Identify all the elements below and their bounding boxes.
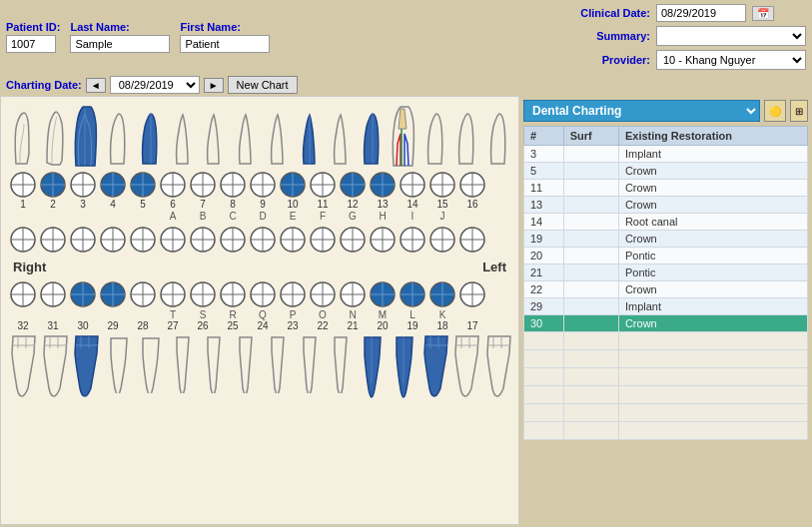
tooth-number-cell: 14 [524, 214, 564, 231]
table-row[interactable] [524, 404, 808, 422]
lower-letter-5: T [159, 309, 187, 320]
lower-num-26: 26 [189, 320, 217, 331]
lower-circle-12[interactable] [339, 280, 367, 308]
lower-circle-2[interactable] [39, 280, 67, 308]
first-name-input[interactable] [180, 35, 270, 53]
upper-circle-13[interactable] [369, 171, 397, 199]
patient-id-field: Patient ID: [6, 21, 60, 53]
charting-date-select[interactable]: 08/29/2019 [110, 76, 200, 94]
lower-circle-16[interactable] [458, 280, 486, 308]
lower-circle-11[interactable] [309, 280, 337, 308]
tooth-img-2 [41, 109, 71, 169]
middle-circle-14[interactable] [399, 226, 426, 254]
table-row[interactable] [524, 368, 808, 386]
table-row[interactable]: 3Implant [524, 146, 808, 163]
calendar-button[interactable]: 📅 [752, 6, 774, 21]
surf-cell [563, 231, 618, 248]
upper-circle-4[interactable] [99, 171, 127, 199]
table-header-row: # Surf Existing Restoration [524, 127, 808, 146]
table-row[interactable] [524, 386, 808, 404]
table-row[interactable]: 11Crown [524, 180, 808, 197]
table-row[interactable]: 29Implant [524, 298, 808, 315]
middle-circle-10[interactable] [279, 226, 307, 254]
upper-num-2: 2 [39, 199, 67, 210]
table-row[interactable] [524, 422, 808, 440]
table-row[interactable]: 5Crown [524, 163, 808, 180]
lower-circle-4[interactable] [99, 280, 127, 308]
middle-circle-2[interactable] [39, 226, 67, 254]
upper-circle-7[interactable] [189, 171, 217, 199]
table-row[interactable]: 19Crown [524, 231, 808, 248]
middle-circle-7[interactable] [189, 226, 217, 254]
middle-circle-9[interactable] [249, 226, 277, 254]
lower-circle-3[interactable] [69, 280, 97, 308]
next-date-button[interactable]: ► [204, 78, 224, 93]
summary-select[interactable] [656, 26, 806, 46]
middle-circle-3[interactable] [69, 226, 97, 254]
upper-num-9: 9 [249, 199, 277, 210]
table-row[interactable] [524, 350, 808, 368]
upper-circle-5[interactable] [129, 171, 157, 199]
upper-circle-12[interactable] [339, 171, 367, 199]
upper-circle-8[interactable] [219, 171, 247, 199]
upper-circle-14[interactable] [399, 171, 426, 199]
lower-circle-8[interactable] [219, 280, 247, 308]
last-name-input[interactable] [70, 35, 170, 53]
lower-num-25: 25 [219, 320, 247, 331]
table-row[interactable]: 13Crown [524, 197, 808, 214]
lower-circle-6[interactable] [159, 280, 187, 308]
upper-circle-15[interactable] [428, 171, 456, 199]
patient-id-input[interactable] [6, 35, 56, 53]
new-chart-button[interactable]: New Chart [228, 76, 298, 94]
restoration-cell: Pontic [618, 264, 807, 281]
middle-circle-6[interactable] [159, 226, 187, 254]
lower-circle-7[interactable] [189, 280, 217, 308]
tooth-number-cell [524, 404, 564, 422]
lower-num-31: 31 [39, 320, 67, 331]
restoration-cell [618, 350, 807, 368]
prev-date-button[interactable]: ◄ [86, 78, 106, 93]
table-row[interactable]: 20Pontic [524, 248, 808, 264]
lower-circle-15[interactable] [428, 280, 456, 308]
table-row[interactable] [524, 332, 808, 350]
dental-charting-select[interactable]: Dental Charting [523, 100, 760, 122]
restoration-cell: Root canal [618, 214, 807, 231]
lower-circles-row1 [5, 280, 514, 308]
panel-grid-button[interactable]: ⊞ [790, 100, 808, 122]
tooth-img-21 [358, 333, 388, 398]
panel-circle-button[interactable]: 🟡 [764, 100, 786, 122]
table-row[interactable]: 22Crown [524, 281, 808, 298]
table-row[interactable]: 21Pontic [524, 264, 808, 281]
lower-circle-1[interactable] [9, 280, 37, 308]
table-row[interactable]: 14Root canal [524, 214, 808, 231]
middle-circle-8[interactable] [219, 226, 247, 254]
clinical-date-input[interactable] [656, 4, 746, 22]
upper-circle-10[interactable] [279, 171, 307, 199]
upper-circle-2[interactable] [39, 171, 67, 199]
upper-circle-9[interactable] [249, 171, 277, 199]
upper-circle-3[interactable] [69, 171, 97, 199]
middle-circle-11[interactable] [309, 226, 337, 254]
middle-circle-12[interactable] [339, 226, 367, 254]
lower-circle-5[interactable] [129, 280, 157, 308]
lower-circle-14[interactable] [399, 280, 426, 308]
upper-letter-6: B [189, 211, 217, 222]
lower-circle-10[interactable] [279, 280, 307, 308]
middle-circle-15[interactable] [428, 226, 456, 254]
upper-circle-16[interactable] [458, 171, 486, 199]
middle-circle-5[interactable] [129, 226, 157, 254]
surf-cell [563, 298, 618, 315]
lower-circle-13[interactable] [369, 280, 397, 308]
first-name-label: First Name: [180, 21, 270, 33]
upper-circle-6[interactable] [159, 171, 187, 199]
middle-circle-13[interactable] [369, 226, 397, 254]
middle-circle-4[interactable] [99, 226, 127, 254]
provider-select[interactable]: 10 - Khang Nguyer [656, 50, 806, 70]
tooth-img-14 [421, 109, 451, 169]
middle-circle-1[interactable] [9, 226, 37, 254]
upper-circle-11[interactable] [309, 171, 337, 199]
middle-circle-16[interactable] [458, 226, 486, 254]
table-row[interactable]: 30Crown [524, 315, 808, 332]
lower-circle-9[interactable] [249, 280, 277, 308]
upper-circle-1[interactable] [9, 171, 37, 199]
